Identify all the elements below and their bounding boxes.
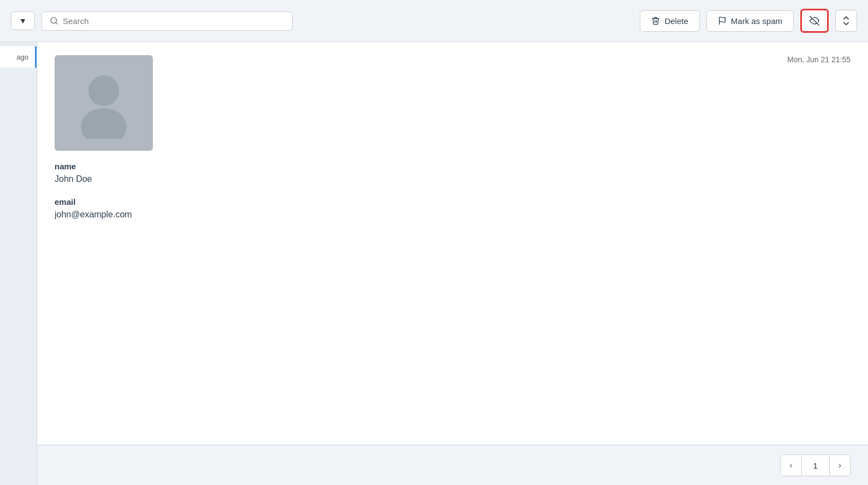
- svg-line-1: [56, 22, 57, 24]
- delete-button[interactable]: Delete: [640, 10, 699, 32]
- sidebar-item-active[interactable]: ago: [0, 46, 37, 68]
- avatar-container: [55, 55, 851, 151]
- name-label: name: [55, 162, 851, 171]
- name-value: John Doe: [55, 174, 851, 184]
- page-number: 1: [802, 456, 829, 476]
- email-label: email: [55, 197, 851, 206]
- sidebar-ago-label: ago: [16, 53, 28, 61]
- delete-label: Delete: [664, 16, 688, 26]
- email-value: john@example.com: [55, 210, 851, 220]
- chevron-down-icon: ▼: [19, 16, 27, 25]
- sidebar-strip: ago: [0, 42, 37, 485]
- name-field-group: name John Doe: [55, 162, 851, 184]
- prev-icon: ‹: [789, 460, 792, 470]
- eye-off-button[interactable]: [800, 9, 829, 33]
- mark-spam-button[interactable]: Mark as spam: [706, 10, 794, 32]
- search-wrapper: [41, 11, 293, 31]
- contact-card: Mon, Jun 21 21:55 name John Doe: [37, 42, 868, 445]
- dropdown-button[interactable]: ▼: [11, 11, 35, 30]
- content-area: ago Mon, Jun 21 21:55: [0, 42, 868, 485]
- next-page-button[interactable]: ›: [829, 455, 850, 476]
- mark-spam-label: Mark as spam: [731, 16, 782, 26]
- search-icon: [50, 16, 58, 25]
- main-panel: Mon, Jun 21 21:55 name John Doe: [37, 42, 868, 485]
- search-container: [41, 11, 293, 31]
- trash-icon: [651, 16, 660, 25]
- email-field-group: email john@example.com: [55, 197, 851, 220]
- eye-off-icon: [810, 16, 819, 26]
- chevron-updown-icon: [842, 16, 850, 26]
- avatar: [55, 55, 153, 151]
- date-stamp: Mon, Jun 21 21:55: [787, 55, 851, 64]
- person-icon: [74, 68, 134, 139]
- next-icon: ›: [839, 460, 841, 470]
- svg-point-4: [88, 75, 119, 106]
- pagination-bar: ‹ 1 ›: [37, 445, 868, 485]
- prev-page-button[interactable]: ‹: [781, 455, 801, 476]
- more-options-button[interactable]: [835, 10, 857, 32]
- search-input[interactable]: [63, 16, 284, 26]
- svg-point-5: [81, 108, 127, 139]
- flag-icon: [718, 16, 727, 25]
- pagination: ‹ 1 ›: [780, 454, 851, 476]
- toolbar: ▼ Delete: [0, 0, 868, 42]
